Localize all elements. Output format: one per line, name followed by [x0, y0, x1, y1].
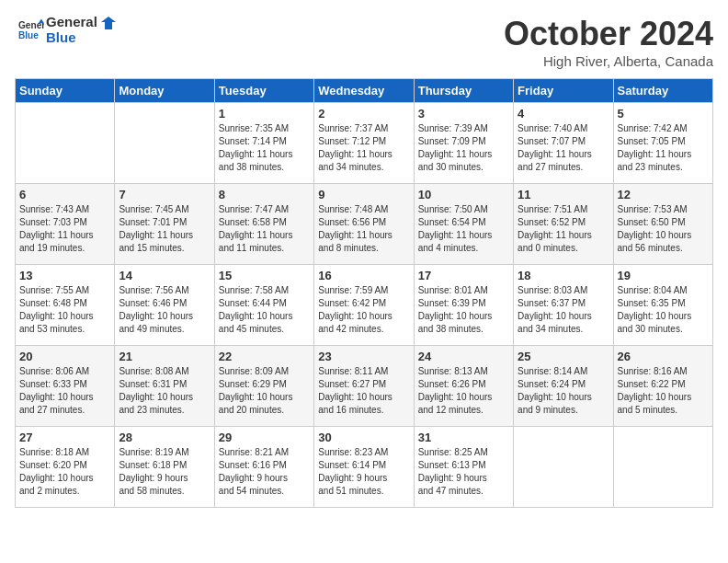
day-info: Sunrise: 7:42 AM Sunset: 7:05 PM Dayligh… — [618, 122, 709, 174]
calendar-cell: 30Sunrise: 8:23 AM Sunset: 6:14 PM Dayli… — [314, 427, 414, 508]
day-info: Sunrise: 8:01 AM Sunset: 6:39 PM Dayligh… — [418, 284, 509, 336]
calendar-cell: 16Sunrise: 7:59 AM Sunset: 6:42 PM Dayli… — [314, 265, 414, 346]
weekday-header: Wednesday — [314, 79, 414, 103]
day-number: 16 — [318, 269, 409, 282]
day-info: Sunrise: 7:58 AM Sunset: 6:44 PM Dayligh… — [219, 284, 310, 336]
day-info: Sunrise: 7:37 AM Sunset: 7:12 PM Dayligh… — [318, 122, 409, 174]
location: High River, Alberta, Canada — [504, 53, 713, 69]
calendar-cell: 13Sunrise: 7:55 AM Sunset: 6:48 PM Dayli… — [16, 265, 115, 346]
calendar-cell: 8Sunrise: 7:47 AM Sunset: 6:58 PM Daylig… — [214, 184, 313, 265]
day-number: 22 — [219, 350, 310, 363]
day-info: Sunrise: 7:48 AM Sunset: 6:56 PM Dayligh… — [318, 203, 409, 255]
day-number: 17 — [418, 269, 509, 282]
day-info: Sunrise: 8:18 AM Sunset: 6:20 PM Dayligh… — [19, 446, 110, 498]
calendar-body: 1Sunrise: 7:35 AM Sunset: 7:14 PM Daylig… — [16, 103, 713, 508]
day-info: Sunrise: 7:39 AM Sunset: 7:09 PM Dayligh… — [418, 122, 509, 174]
day-number: 29 — [219, 431, 310, 444]
calendar-cell: 31Sunrise: 8:25 AM Sunset: 6:13 PM Dayli… — [414, 427, 513, 508]
weekday-header: Sunday — [16, 79, 115, 103]
day-number: 10 — [418, 188, 509, 201]
day-info: Sunrise: 8:11 AM Sunset: 6:27 PM Dayligh… — [318, 365, 409, 417]
day-number: 30 — [318, 431, 409, 444]
day-number: 7 — [119, 188, 210, 201]
calendar-cell — [613, 427, 712, 508]
day-number: 23 — [318, 350, 409, 363]
day-number: 9 — [318, 188, 409, 201]
calendar-cell: 1Sunrise: 7:35 AM Sunset: 7:14 PM Daylig… — [214, 103, 313, 184]
day-info: Sunrise: 7:47 AM Sunset: 6:58 PM Dayligh… — [219, 203, 310, 255]
calendar-week-row: 27Sunrise: 8:18 AM Sunset: 6:20 PM Dayli… — [16, 427, 713, 508]
logo-blue: Blue — [46, 29, 76, 45]
day-info: Sunrise: 7:40 AM Sunset: 7:07 PM Dayligh… — [518, 122, 609, 174]
calendar-cell: 26Sunrise: 8:16 AM Sunset: 6:22 PM Dayli… — [613, 346, 712, 427]
day-info: Sunrise: 7:51 AM Sunset: 6:52 PM Dayligh… — [518, 203, 609, 255]
day-info: Sunrise: 8:14 AM Sunset: 6:24 PM Dayligh… — [518, 365, 609, 417]
calendar-cell: 14Sunrise: 7:56 AM Sunset: 6:46 PM Dayli… — [115, 265, 214, 346]
day-number: 12 — [618, 188, 709, 201]
weekday-header: Thursday — [414, 79, 513, 103]
day-info: Sunrise: 7:43 AM Sunset: 7:03 PM Dayligh… — [19, 203, 110, 255]
calendar-cell: 6Sunrise: 7:43 AM Sunset: 7:03 PM Daylig… — [16, 184, 115, 265]
calendar-cell: 20Sunrise: 8:06 AM Sunset: 6:33 PM Dayli… — [16, 346, 115, 427]
calendar-cell — [16, 103, 115, 184]
page-header: General Blue General Blue October 2024 H… — [15, 15, 713, 69]
day-number: 28 — [119, 431, 210, 444]
svg-marker-3 — [101, 17, 116, 29]
weekday-header: Friday — [514, 79, 613, 103]
day-number: 20 — [19, 350, 110, 363]
calendar-cell: 2Sunrise: 7:37 AM Sunset: 7:12 PM Daylig… — [314, 103, 414, 184]
calendar-cell: 3Sunrise: 7:39 AM Sunset: 7:09 PM Daylig… — [414, 103, 513, 184]
calendar-cell: 22Sunrise: 8:09 AM Sunset: 6:29 PM Dayli… — [214, 346, 313, 427]
calendar-table: SundayMondayTuesdayWednesdayThursdayFrid… — [15, 78, 713, 508]
calendar-cell: 25Sunrise: 8:14 AM Sunset: 6:24 PM Dayli… — [514, 346, 613, 427]
month-title: October 2024 — [504, 15, 713, 53]
day-info: Sunrise: 7:45 AM Sunset: 7:01 PM Dayligh… — [119, 203, 210, 255]
calendar-cell: 29Sunrise: 8:21 AM Sunset: 6:16 PM Dayli… — [214, 427, 313, 508]
day-number: 2 — [318, 107, 409, 121]
day-number: 26 — [618, 350, 709, 363]
day-info: Sunrise: 8:23 AM Sunset: 6:14 PM Dayligh… — [318, 446, 409, 498]
calendar-cell — [115, 103, 214, 184]
day-info: Sunrise: 7:59 AM Sunset: 6:42 PM Dayligh… — [318, 284, 409, 336]
day-info: Sunrise: 8:04 AM Sunset: 6:35 PM Dayligh… — [618, 284, 709, 336]
calendar-cell: 12Sunrise: 7:53 AM Sunset: 6:50 PM Dayli… — [613, 184, 712, 265]
calendar-cell: 18Sunrise: 8:03 AM Sunset: 6:37 PM Dayli… — [514, 265, 613, 346]
day-number: 3 — [418, 107, 509, 121]
calendar-week-row: 6Sunrise: 7:43 AM Sunset: 7:03 PM Daylig… — [16, 184, 713, 265]
day-number: 1 — [219, 107, 310, 121]
weekday-header: Tuesday — [214, 79, 313, 103]
logo-general: General — [46, 14, 97, 29]
day-number: 25 — [518, 350, 609, 363]
calendar-cell: 17Sunrise: 8:01 AM Sunset: 6:39 PM Dayli… — [414, 265, 513, 346]
day-info: Sunrise: 8:06 AM Sunset: 6:33 PM Dayligh… — [19, 365, 110, 417]
day-number: 11 — [518, 188, 609, 201]
calendar-cell: 9Sunrise: 7:48 AM Sunset: 6:56 PM Daylig… — [314, 184, 414, 265]
calendar-week-row: 20Sunrise: 8:06 AM Sunset: 6:33 PM Dayli… — [16, 346, 713, 427]
day-number: 8 — [219, 188, 310, 201]
calendar-cell: 10Sunrise: 7:50 AM Sunset: 6:54 PM Dayli… — [414, 184, 513, 265]
day-number: 18 — [518, 269, 609, 282]
calendar-header: SundayMondayTuesdayWednesdayThursdayFrid… — [16, 79, 713, 103]
calendar-week-row: 13Sunrise: 7:55 AM Sunset: 6:48 PM Dayli… — [16, 265, 713, 346]
day-info: Sunrise: 8:13 AM Sunset: 6:26 PM Dayligh… — [418, 365, 509, 417]
calendar-cell: 21Sunrise: 8:08 AM Sunset: 6:31 PM Dayli… — [115, 346, 214, 427]
day-number: 24 — [418, 350, 509, 363]
day-info: Sunrise: 8:16 AM Sunset: 6:22 PM Dayligh… — [618, 365, 709, 417]
weekday-header: Saturday — [613, 79, 712, 103]
calendar-cell: 15Sunrise: 7:58 AM Sunset: 6:44 PM Dayli… — [214, 265, 313, 346]
day-number: 5 — [618, 107, 709, 121]
calendar-cell: 23Sunrise: 8:11 AM Sunset: 6:27 PM Dayli… — [314, 346, 414, 427]
day-number: 6 — [19, 188, 110, 201]
calendar-cell: 11Sunrise: 7:51 AM Sunset: 6:52 PM Dayli… — [514, 184, 613, 265]
day-info: Sunrise: 8:08 AM Sunset: 6:31 PM Dayligh… — [119, 365, 210, 417]
day-info: Sunrise: 8:19 AM Sunset: 6:18 PM Dayligh… — [119, 446, 210, 498]
calendar-cell: 4Sunrise: 7:40 AM Sunset: 7:07 PM Daylig… — [514, 103, 613, 184]
day-number: 21 — [119, 350, 210, 363]
logo-bird-icon — [101, 17, 116, 29]
day-info: Sunrise: 8:03 AM Sunset: 6:37 PM Dayligh… — [518, 284, 609, 336]
day-info: Sunrise: 7:53 AM Sunset: 6:50 PM Dayligh… — [618, 203, 709, 255]
weekday-header: Monday — [115, 79, 214, 103]
weekday-row: SundayMondayTuesdayWednesdayThursdayFrid… — [16, 79, 713, 103]
calendar-cell: 5Sunrise: 7:42 AM Sunset: 7:05 PM Daylig… — [613, 103, 712, 184]
calendar-cell: 27Sunrise: 8:18 AM Sunset: 6:20 PM Dayli… — [16, 427, 115, 508]
